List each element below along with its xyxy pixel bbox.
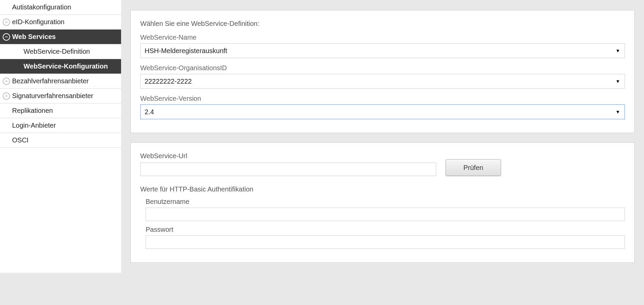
webservice-url-input[interactable] — [140, 163, 436, 176]
sidebar-item-osci[interactable]: OSCI — [0, 133, 121, 148]
sidebar-item-label: Autistakonfiguration — [12, 3, 71, 11]
sidebar-item-web-services[interactable]: − Web Services — [0, 30, 121, 44]
sidebar-item-bezahlverfahrensanbieter[interactable]: + Bezahlverfahrensanbieter — [0, 74, 121, 89]
auth-heading: Werte für HTTP-Basic Authentifikation — [140, 185, 625, 193]
sidebar-item-replikationen[interactable]: Replikationen — [0, 103, 121, 118]
webservice-org-select-wrapper: 22222222-2222 ▼ — [140, 74, 625, 89]
sidebar-item-label: Web Services — [12, 33, 56, 41]
url-field-block: WebService-Url — [140, 152, 436, 176]
password-input[interactable] — [146, 235, 625, 249]
sidebar-item-label: eID-Konfiguration — [12, 18, 65, 26]
minus-icon: − — [3, 33, 10, 41]
sidebar-item-webservice-definition[interactable]: WebService-Definition — [0, 44, 121, 59]
sidebar-item-label: Replikationen — [12, 107, 53, 115]
plus-icon: + — [3, 18, 10, 26]
check-button[interactable]: Prüfen — [446, 159, 501, 176]
sidebar-item-signaturverfahrensanbieter[interactable]: + Signaturverfahrensanbieter — [0, 89, 121, 103]
sidebar-item-label: Login-Anbieter — [12, 122, 56, 129]
sidebar-item-autistakonfiguration[interactable]: Autistakonfiguration — [0, 0, 121, 15]
sidebar-item-webservice-konfiguration[interactable]: WebService-Konfiguration — [0, 59, 121, 74]
webservice-name-label: WebService-Name — [140, 34, 625, 41]
definition-panel: Wählen Sie eine WebService-Definition: W… — [130, 10, 635, 133]
password-label: Passwort — [146, 226, 625, 233]
webservice-version-label: WebService-Version — [140, 95, 625, 102]
webservice-org-label: WebService-OrganisationsID — [140, 64, 625, 72]
sidebar-item-label: WebService-Konfiguration — [24, 62, 108, 70]
sidebar-item-label: Signaturverfahrensanbieter — [12, 92, 93, 100]
webservice-org-select[interactable]: 22222222-2222 — [140, 74, 625, 89]
username-label: Benutzername — [146, 198, 625, 206]
sidebar-item-label: OSCI — [12, 136, 29, 144]
auth-block: Benutzername Passwort — [140, 198, 625, 249]
main-content: Wählen Sie eine WebService-Definition: W… — [121, 0, 644, 273]
sidebar-item-login-anbieter[interactable]: Login-Anbieter — [0, 118, 121, 133]
sidebar: Autistakonfiguration + eID-Konfiguration… — [0, 0, 121, 273]
sidebar-item-label: Bezahlverfahrensanbieter — [12, 77, 89, 85]
webservice-url-label: WebService-Url — [140, 152, 436, 160]
url-auth-panel: WebService-Url Prüfen Werte für HTTP-Bas… — [130, 142, 635, 263]
webservice-name-select-wrapper: HSH-Melderegisterauskunft ▼ — [140, 43, 625, 58]
url-row: WebService-Url Prüfen — [140, 152, 625, 176]
webservice-version-select[interactable]: 2.4 — [140, 104, 625, 119]
sidebar-item-eid-konfiguration[interactable]: + eID-Konfiguration — [0, 15, 121, 30]
username-input[interactable] — [146, 208, 625, 221]
plus-icon: + — [3, 78, 10, 85]
webservice-version-select-wrapper: 2.4 ▼ — [140, 104, 625, 119]
webservice-name-select[interactable]: HSH-Melderegisterauskunft — [140, 43, 625, 58]
sidebar-item-label: WebService-Definition — [24, 48, 90, 55]
plus-icon: + — [3, 92, 10, 100]
panel-heading: Wählen Sie eine WebService-Definition: — [140, 20, 625, 28]
